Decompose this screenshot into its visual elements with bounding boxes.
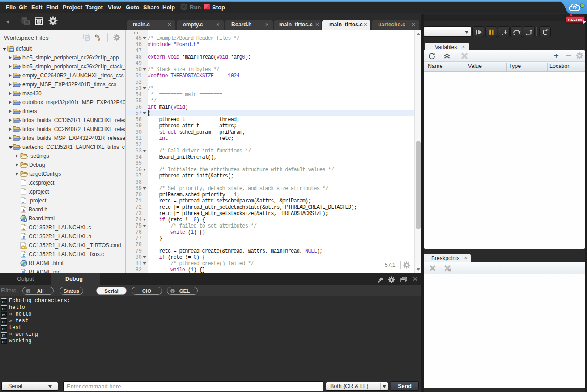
svg-text:.h: .h — [21, 208, 25, 213]
svg-text:.c: .c — [21, 226, 25, 231]
svg-text:.h: .h — [21, 235, 25, 240]
svg-text:.c: .c — [21, 253, 25, 257]
